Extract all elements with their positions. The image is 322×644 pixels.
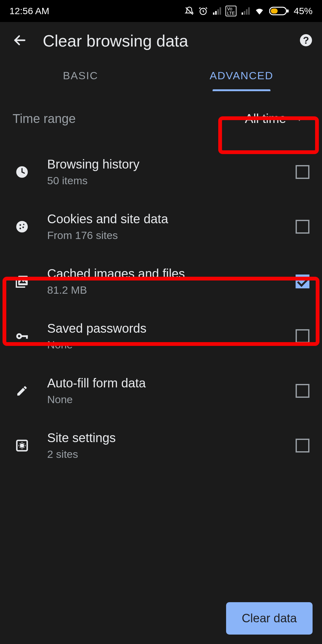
page-title: Clear browsing data: [43, 31, 284, 50]
svg-rect-13: [18, 276, 28, 285]
tab-advanced-label: ADVANCED: [210, 69, 273, 82]
item-name: Site settings: [47, 431, 280, 445]
gear-box-icon: [13, 439, 31, 452]
status-icons-right: VoLTE 45%: [185, 6, 313, 16]
checkbox-site-settings[interactable]: [296, 439, 309, 452]
item-name: Saved passwords: [47, 321, 280, 336]
content: Time range All time Browsing history 50 …: [0, 91, 322, 644]
item-name: Cookies and site data: [47, 212, 280, 226]
volte-icon: VoLTE: [225, 6, 236, 16]
svg-point-10: [22, 226, 24, 228]
item-sub: 50 items: [47, 175, 280, 187]
alarm-icon: [198, 6, 208, 16]
cookie-icon: [13, 220, 31, 234]
item-site-settings[interactable]: Site settings 2 sites: [0, 418, 322, 473]
item-sub: From 176 sites: [47, 229, 280, 242]
battery-percent: 45%: [294, 6, 313, 16]
time-range-label: Time range: [13, 112, 76, 126]
item-sub: None: [47, 339, 280, 351]
checkbox-passwords[interactable]: [296, 329, 309, 343]
svg-point-9: [19, 224, 21, 226]
clock-icon: [13, 165, 31, 179]
mute-icon: [185, 6, 194, 16]
signal-2-icon: [241, 7, 250, 15]
checkbox-cached-images[interactable]: [296, 275, 309, 288]
pencil-icon: [13, 385, 31, 397]
clear-data-button[interactable]: Clear data: [226, 602, 313, 635]
tab-basic[interactable]: BASIC: [0, 60, 161, 91]
help-icon: ?: [299, 34, 313, 47]
item-passwords[interactable]: Saved passwords None: [0, 309, 322, 364]
battery-icon: [269, 6, 289, 16]
back-button[interactable]: [13, 33, 27, 49]
action-bar: Clear data: [0, 593, 322, 644]
item-name: Auto-fill form data: [47, 376, 280, 390]
item-autofill[interactable]: Auto-fill form data None: [0, 364, 322, 418]
item-sub: 2 sites: [47, 448, 280, 460]
wifi-icon: [254, 6, 265, 16]
item-name: Cached images and files: [47, 267, 280, 281]
tab-basic-label: BASIC: [63, 69, 98, 82]
checkbox-autofill[interactable]: [296, 384, 309, 398]
item-cached-images[interactable]: Cached images and files 81.2 MB: [0, 254, 322, 309]
status-bar: 12:56 AM VoLTE 45%: [0, 0, 322, 22]
item-name: Browsing history: [47, 157, 280, 171]
svg-rect-4: [271, 8, 278, 14]
checkbox-browsing-history[interactable]: [296, 165, 309, 179]
image-stack-icon: [13, 274, 31, 289]
app-header: Clear browsing data ?: [0, 22, 322, 60]
tab-advanced[interactable]: ADVANCED: [161, 60, 322, 91]
item-sub: None: [47, 393, 280, 406]
time-range-dropdown[interactable]: All time: [239, 108, 309, 129]
time-range-value: All time: [245, 112, 286, 126]
svg-rect-3: [287, 9, 289, 13]
key-icon: [13, 329, 31, 343]
item-cookies[interactable]: Cookies and site data From 176 sites: [0, 199, 322, 254]
item-sub: 81.2 MB: [47, 284, 280, 296]
clear-data-label: Clear data: [242, 612, 297, 625]
status-time: 12:56 AM: [9, 6, 49, 16]
svg-rect-17: [26, 335, 28, 339]
signal-1-icon: [212, 7, 221, 15]
svg-text:?: ?: [303, 35, 309, 46]
chevron-down-icon: [296, 117, 303, 121]
svg-point-15: [18, 335, 20, 337]
help-button[interactable]: ?: [299, 34, 313, 48]
back-arrow-icon: [13, 33, 27, 47]
svg-point-11: [19, 228, 21, 229]
svg-point-12: [23, 224, 24, 225]
tabs: BASIC ADVANCED: [0, 60, 322, 91]
checkbox-cookies[interactable]: [296, 220, 309, 234]
item-browsing-history[interactable]: Browsing history 50 items: [0, 145, 322, 199]
time-range-row: Time range All time: [0, 91, 322, 145]
svg-point-19: [20, 444, 23, 447]
